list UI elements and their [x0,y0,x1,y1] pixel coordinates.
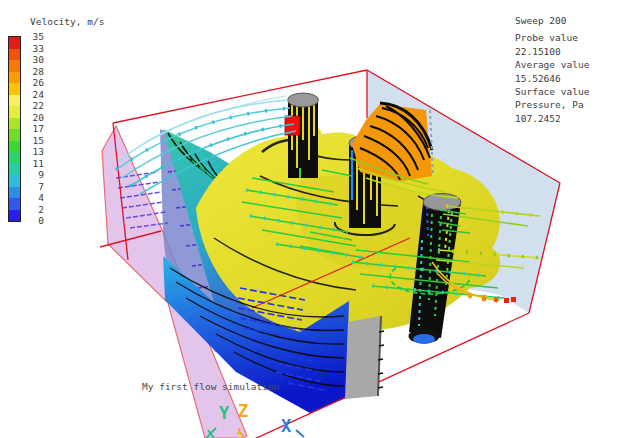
legend-tick: 7 [24,181,44,193]
legend-tick: 0 [24,215,44,227]
average-value-label: Average value [515,58,589,71]
legend-color-cell [9,164,20,176]
legend-tick: 9 [24,169,44,181]
legend-color-cell [9,72,20,84]
legend-color-cell [9,83,20,95]
velocity-colorbar [8,36,21,222]
legend-tick: 26 [24,77,44,89]
probe-value: 22.15100 [515,45,589,58]
legend-color-cell [9,95,20,107]
legend-tick: 33 [24,43,44,55]
results-info-panel: Sweep 200 Probe value 22.15100 Average v… [515,14,589,125]
legend-color-cell [9,37,20,49]
legend-color-cell [9,210,20,222]
legend-tick: 20 [24,112,44,124]
legend-title: Velocity, m/s [30,16,104,27]
legend-color-cell [9,187,20,199]
average-value: 15.52646 [515,72,589,85]
sweep-label: Sweep 200 [515,14,589,27]
legend-tick: 24 [24,89,44,101]
legend-tick: 35 [24,31,44,43]
legend-tick: 17 [24,123,44,135]
legend-color-cell [9,60,20,72]
legend-color-cell [9,175,20,187]
legend-tick: 30 [24,54,44,66]
legend-tick: 15 [24,135,44,147]
z-axis-label: Z [238,401,248,421]
legend-color-cell [9,141,20,153]
legend-color-cell [9,129,20,141]
legend-tick: 22 [24,100,44,112]
legend-color-cell [9,198,20,210]
legend-tick: 2 [24,204,44,216]
enclosure-wall [345,316,384,399]
surface-value-label: Surface value [515,85,589,98]
legend-tick-labels: 35 33 30 28 26 24 22 20 17 15 13 11 9 7 … [24,31,44,227]
legend-color-cell [9,106,20,118]
legend-tick: 11 [24,158,44,170]
cylinder-component-1 [288,93,319,178]
surface-value: 107.2452 [515,112,589,125]
legend-tick: 4 [24,192,44,204]
y-axis-label: Y [219,403,229,423]
flow-simulation-window: Velocity, m/s 35 33 30 28 26 24 22 20 17… [0,0,640,438]
project-caption: My first flow simulation [142,381,279,392]
legend-tick: 13 [24,146,44,158]
legend-tick: 28 [24,66,44,78]
legend-color-cell [9,152,20,164]
legend-color-cell [9,118,20,130]
x-axis-label: X [281,416,291,436]
legend-color-cell [9,49,20,61]
probe-value-label: Probe value [515,31,589,44]
surface-parameter-label: Pressure, Pa [515,98,589,111]
